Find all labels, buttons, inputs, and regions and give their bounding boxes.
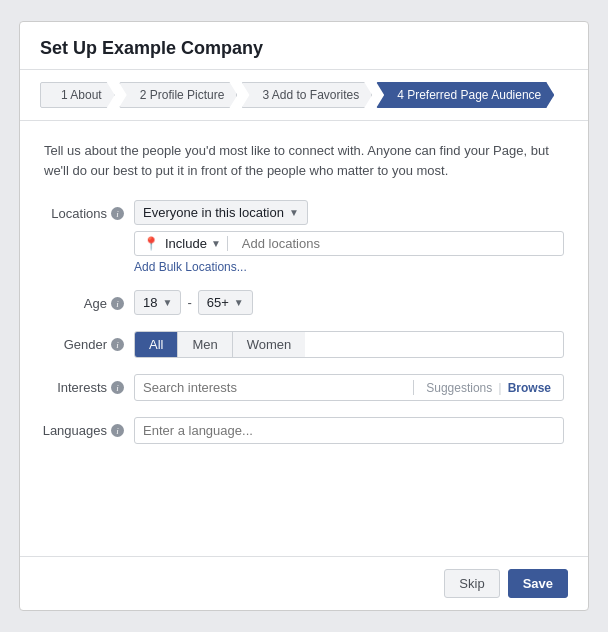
age-min-dropdown[interactable]: 18 ▼	[134, 290, 181, 315]
gender-label: Gender i	[44, 331, 134, 352]
locations-dropdown[interactable]: Everyone in this location ▼	[134, 200, 308, 225]
interests-box: Suggestions | Browse	[134, 374, 564, 401]
include-arrow: ▼	[211, 238, 221, 249]
browse-button[interactable]: Browse	[504, 381, 555, 395]
description-text: Tell us about the people you'd most like…	[44, 141, 564, 180]
step-4-label: 4 Preferred Page Audience	[397, 88, 541, 102]
steps-bar: 1 About 2 Profile Picture 3 Add to Favor…	[20, 70, 588, 121]
age-label: Age i	[44, 290, 134, 311]
languages-row: Languages i	[44, 417, 564, 444]
gender-control: All Men Women	[134, 331, 564, 358]
include-dropdown[interactable]: Include ▼	[165, 236, 228, 251]
suggestions-button[interactable]: Suggestions	[422, 381, 496, 395]
gender-men-button[interactable]: Men	[178, 332, 232, 357]
languages-control	[134, 417, 564, 444]
age-min-value: 18	[143, 295, 157, 310]
add-locations-input[interactable]	[234, 236, 555, 251]
step-3[interactable]: 3 Add to Favorites	[241, 82, 372, 108]
locations-row: Locations i Everyone in this location ▼ …	[44, 200, 564, 274]
gender-all-button[interactable]: All	[135, 332, 178, 357]
age-min-arrow: ▼	[162, 297, 172, 308]
locations-control: Everyone in this location ▼ 📍 Include ▼ …	[134, 200, 564, 274]
skip-button[interactable]: Skip	[444, 569, 499, 598]
gender-women-button[interactable]: Women	[233, 332, 306, 357]
interests-actions: Suggestions | Browse	[413, 380, 555, 395]
age-max-dropdown[interactable]: 65+ ▼	[198, 290, 253, 315]
locations-info-icon[interactable]: i	[111, 207, 124, 220]
gender-buttons: All Men Women	[134, 331, 564, 358]
age-info-icon[interactable]: i	[111, 297, 124, 310]
location-include-box: 📍 Include ▼	[134, 231, 564, 256]
modal-footer: Skip Save	[20, 556, 588, 610]
interests-row: Interests i Suggestions | Browse	[44, 374, 564, 401]
add-bulk-link[interactable]: Add Bulk Locations...	[134, 260, 564, 274]
age-dash: -	[187, 295, 191, 310]
locations-dropdown-value: Everyone in this location	[143, 205, 284, 220]
pin-icon: 📍	[143, 236, 159, 251]
modal-body: Tell us about the people you'd most like…	[20, 121, 588, 556]
gender-info-icon[interactable]: i	[111, 338, 124, 351]
languages-label: Languages i	[44, 417, 134, 438]
step-1[interactable]: 1 About	[40, 82, 115, 108]
step-2-label: 2 Profile Picture	[140, 88, 225, 102]
step-2[interactable]: 2 Profile Picture	[119, 82, 238, 108]
locations-dropdown-arrow: ▼	[289, 207, 299, 218]
age-max-arrow: ▼	[234, 297, 244, 308]
step-1-label: 1 About	[61, 88, 102, 102]
languages-info-icon[interactable]: i	[111, 424, 124, 437]
step-3-label: 3 Add to Favorites	[262, 88, 359, 102]
setup-modal: Set Up Example Company 1 About 2 Profile…	[19, 21, 589, 611]
age-control: 18 ▼ - 65+ ▼	[134, 290, 564, 315]
interests-label: Interests i	[44, 374, 134, 395]
interests-control: Suggestions | Browse	[134, 374, 564, 401]
age-max-value: 65+	[207, 295, 229, 310]
age-row: Age i 18 ▼ - 65+ ▼	[44, 290, 564, 315]
step-4[interactable]: 4 Preferred Page Audience	[376, 82, 554, 108]
locations-label: Locations i	[44, 200, 134, 221]
language-box	[134, 417, 564, 444]
modal-title: Set Up Example Company	[20, 22, 588, 70]
interests-separator: |	[498, 380, 501, 395]
interests-info-icon[interactable]: i	[111, 381, 124, 394]
include-label: Include	[165, 236, 207, 251]
language-input[interactable]	[143, 423, 555, 438]
interests-input[interactable]	[143, 380, 405, 395]
gender-row: Gender i All Men Women	[44, 331, 564, 358]
save-button[interactable]: Save	[508, 569, 568, 598]
